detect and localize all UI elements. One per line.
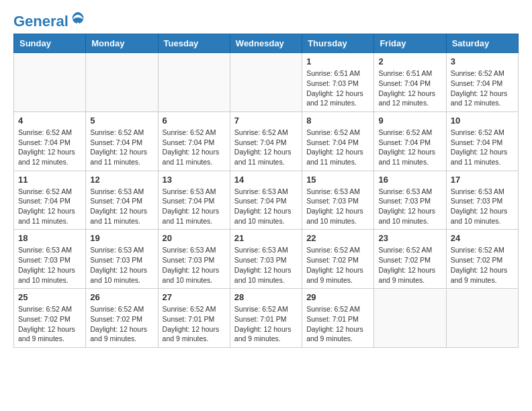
weekday-header-saturday: Saturday xyxy=(446,34,518,53)
calendar-week-row: 1Sunrise: 6:51 AMSunset: 7:03 PMDaylight… xyxy=(14,53,519,112)
day-info: Sunrise: 6:52 AMSunset: 7:02 PMDaylight:… xyxy=(451,245,514,285)
day-info: Sunrise: 6:53 AMSunset: 7:03 PMDaylight:… xyxy=(90,245,153,285)
weekday-header-tuesday: Tuesday xyxy=(158,34,230,53)
day-number: 6 xyxy=(163,116,226,126)
calendar-cell: 17Sunrise: 6:53 AMSunset: 7:03 PMDayligh… xyxy=(446,171,518,230)
calendar-cell: 27Sunrise: 6:52 AMSunset: 7:01 PMDayligh… xyxy=(158,289,230,348)
day-number: 27 xyxy=(163,292,226,302)
day-number: 1 xyxy=(306,56,369,66)
day-info: Sunrise: 6:52 AMSunset: 7:04 PMDaylight:… xyxy=(306,128,369,167)
day-info: Sunrise: 6:52 AMSunset: 7:01 PMDaylight:… xyxy=(163,304,226,344)
calendar-week-row: 25Sunrise: 6:52 AMSunset: 7:02 PMDayligh… xyxy=(14,289,519,348)
day-info: Sunrise: 6:52 AMSunset: 7:04 PMDaylight:… xyxy=(378,128,441,167)
calendar-cell xyxy=(86,53,158,112)
day-info: Sunrise: 6:52 AMSunset: 7:02 PMDaylight:… xyxy=(306,245,369,285)
calendar-cell: 20Sunrise: 6:53 AMSunset: 7:03 PMDayligh… xyxy=(158,230,230,289)
calendar-cell: 19Sunrise: 6:53 AMSunset: 7:03 PMDayligh… xyxy=(86,230,158,289)
day-info: Sunrise: 6:52 AMSunset: 7:02 PMDaylight:… xyxy=(90,304,153,344)
page-header: General xyxy=(13,13,519,27)
day-info: Sunrise: 6:53 AMSunset: 7:03 PMDaylight:… xyxy=(163,245,226,285)
calendar-cell: 4Sunrise: 6:52 AMSunset: 7:04 PMDaylight… xyxy=(14,111,86,171)
day-info: Sunrise: 6:53 AMSunset: 7:03 PMDaylight:… xyxy=(306,187,369,226)
day-number: 7 xyxy=(234,116,298,126)
calendar-cell: 2Sunrise: 6:51 AMSunset: 7:04 PMDaylight… xyxy=(374,53,446,112)
calendar-cell: 28Sunrise: 6:52 AMSunset: 7:01 PMDayligh… xyxy=(230,289,302,348)
weekday-header-sunday: Sunday xyxy=(14,34,86,53)
day-info: Sunrise: 6:53 AMSunset: 7:04 PMDaylight:… xyxy=(234,187,298,226)
logo: General xyxy=(13,13,86,27)
day-info: Sunrise: 6:52 AMSunset: 7:01 PMDaylight:… xyxy=(234,304,298,344)
day-number: 25 xyxy=(18,292,81,302)
day-number: 17 xyxy=(451,175,514,185)
calendar-week-row: 11Sunrise: 6:52 AMSunset: 7:04 PMDayligh… xyxy=(14,171,519,230)
calendar-cell: 8Sunrise: 6:52 AMSunset: 7:04 PMDaylight… xyxy=(302,111,374,171)
day-info: Sunrise: 6:53 AMSunset: 7:04 PMDaylight:… xyxy=(90,187,153,226)
day-info: Sunrise: 6:52 AMSunset: 7:04 PMDaylight:… xyxy=(163,128,226,167)
day-info: Sunrise: 6:52 AMSunset: 7:04 PMDaylight:… xyxy=(18,187,81,226)
calendar-cell: 11Sunrise: 6:52 AMSunset: 7:04 PMDayligh… xyxy=(14,171,86,230)
calendar-week-row: 4Sunrise: 6:52 AMSunset: 7:04 PMDaylight… xyxy=(14,111,519,171)
day-info: Sunrise: 6:53 AMSunset: 7:03 PMDaylight:… xyxy=(378,187,441,226)
day-number: 28 xyxy=(234,292,298,302)
calendar-cell: 3Sunrise: 6:52 AMSunset: 7:04 PMDaylight… xyxy=(446,53,518,112)
day-info: Sunrise: 6:53 AMSunset: 7:04 PMDaylight:… xyxy=(163,187,226,226)
day-number: 10 xyxy=(451,116,514,126)
day-info: Sunrise: 6:51 AMSunset: 7:04 PMDaylight:… xyxy=(378,68,441,108)
calendar-cell xyxy=(230,53,302,112)
day-number: 18 xyxy=(18,233,81,243)
calendar-cell: 21Sunrise: 6:53 AMSunset: 7:03 PMDayligh… xyxy=(230,230,302,289)
day-number: 11 xyxy=(18,175,81,185)
calendar-cell xyxy=(14,53,86,112)
calendar-cell xyxy=(158,53,230,112)
calendar-cell: 14Sunrise: 6:53 AMSunset: 7:04 PMDayligh… xyxy=(230,171,302,230)
day-number: 23 xyxy=(378,233,441,243)
day-number: 8 xyxy=(306,116,369,126)
day-number: 9 xyxy=(378,116,441,126)
weekday-header-row: SundayMondayTuesdayWednesdayThursdayFrid… xyxy=(14,34,519,53)
day-number: 14 xyxy=(234,175,298,185)
day-number: 2 xyxy=(378,56,441,66)
calendar-cell: 29Sunrise: 6:52 AMSunset: 7:01 PMDayligh… xyxy=(302,289,374,348)
calendar-cell: 24Sunrise: 6:52 AMSunset: 7:02 PMDayligh… xyxy=(446,230,518,289)
day-number: 15 xyxy=(306,175,369,185)
day-info: Sunrise: 6:52 AMSunset: 7:04 PMDaylight:… xyxy=(234,128,298,167)
weekday-header-monday: Monday xyxy=(86,34,158,53)
day-number: 12 xyxy=(90,175,153,185)
day-number: 29 xyxy=(306,292,369,302)
day-number: 20 xyxy=(163,233,226,243)
calendar-cell: 12Sunrise: 6:53 AMSunset: 7:04 PMDayligh… xyxy=(86,171,158,230)
day-number: 16 xyxy=(378,175,441,185)
calendar-table: SundayMondayTuesdayWednesdayThursdayFrid… xyxy=(13,34,519,348)
calendar-cell: 18Sunrise: 6:53 AMSunset: 7:03 PMDayligh… xyxy=(14,230,86,289)
calendar-cell: 22Sunrise: 6:52 AMSunset: 7:02 PMDayligh… xyxy=(302,230,374,289)
calendar-cell: 9Sunrise: 6:52 AMSunset: 7:04 PMDaylight… xyxy=(374,111,446,171)
day-info: Sunrise: 6:52 AMSunset: 7:02 PMDaylight:… xyxy=(378,245,441,285)
logo-text: General xyxy=(13,13,86,30)
day-number: 19 xyxy=(90,233,153,243)
day-info: Sunrise: 6:52 AMSunset: 7:04 PMDaylight:… xyxy=(451,68,514,108)
day-info: Sunrise: 6:52 AMSunset: 7:04 PMDaylight:… xyxy=(90,128,153,167)
calendar-cell: 6Sunrise: 6:52 AMSunset: 7:04 PMDaylight… xyxy=(158,111,230,171)
day-number: 21 xyxy=(234,233,298,243)
day-info: Sunrise: 6:52 AMSunset: 7:04 PMDaylight:… xyxy=(18,128,81,167)
day-info: Sunrise: 6:52 AMSunset: 7:01 PMDaylight:… xyxy=(306,304,369,344)
calendar-cell: 5Sunrise: 6:52 AMSunset: 7:04 PMDaylight… xyxy=(86,111,158,171)
day-number: 3 xyxy=(451,56,514,66)
day-info: Sunrise: 6:52 AMSunset: 7:02 PMDaylight:… xyxy=(18,304,81,344)
calendar-cell: 25Sunrise: 6:52 AMSunset: 7:02 PMDayligh… xyxy=(14,289,86,348)
calendar-cell: 16Sunrise: 6:53 AMSunset: 7:03 PMDayligh… xyxy=(374,171,446,230)
logo-bird-icon xyxy=(70,10,86,26)
day-info: Sunrise: 6:53 AMSunset: 7:03 PMDaylight:… xyxy=(234,245,298,285)
calendar-cell: 7Sunrise: 6:52 AMSunset: 7:04 PMDaylight… xyxy=(230,111,302,171)
calendar-week-row: 18Sunrise: 6:53 AMSunset: 7:03 PMDayligh… xyxy=(14,230,519,289)
day-info: Sunrise: 6:53 AMSunset: 7:03 PMDaylight:… xyxy=(18,245,81,285)
day-number: 4 xyxy=(18,116,81,126)
weekday-header-thursday: Thursday xyxy=(302,34,374,53)
day-number: 5 xyxy=(90,116,153,126)
calendar-cell: 13Sunrise: 6:53 AMSunset: 7:04 PMDayligh… xyxy=(158,171,230,230)
day-number: 24 xyxy=(451,233,514,243)
weekday-header-wednesday: Wednesday xyxy=(230,34,302,53)
day-info: Sunrise: 6:52 AMSunset: 7:04 PMDaylight:… xyxy=(451,128,514,167)
calendar-cell xyxy=(374,289,446,348)
calendar-cell: 1Sunrise: 6:51 AMSunset: 7:03 PMDaylight… xyxy=(302,53,374,112)
